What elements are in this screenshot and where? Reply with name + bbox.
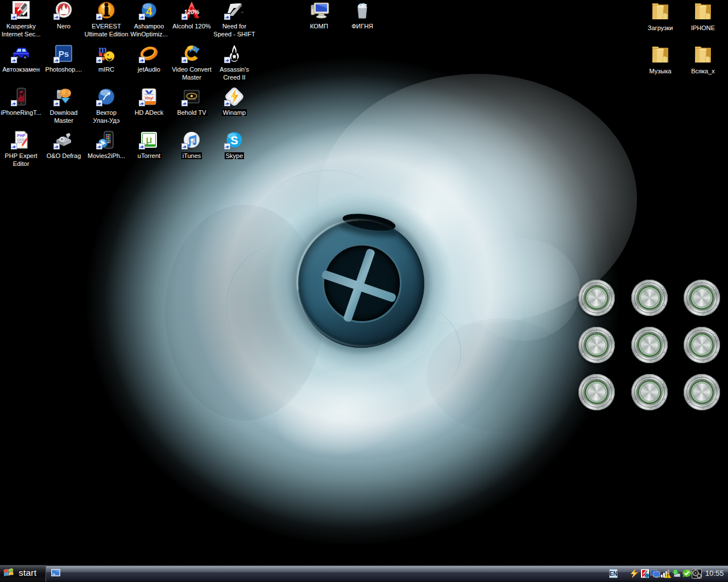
svg-text:Vinyl: Vinyl xyxy=(144,96,154,101)
svg-text:PHP: PHP xyxy=(17,134,26,138)
svg-text:4: 4 xyxy=(146,5,152,18)
svg-text:μ: μ xyxy=(146,134,152,146)
svg-text:™: ™ xyxy=(241,11,243,14)
svg-text:EN: EN xyxy=(610,571,618,577)
svg-text:Ps: Ps xyxy=(59,49,69,59)
svg-text:S: S xyxy=(230,134,238,147)
